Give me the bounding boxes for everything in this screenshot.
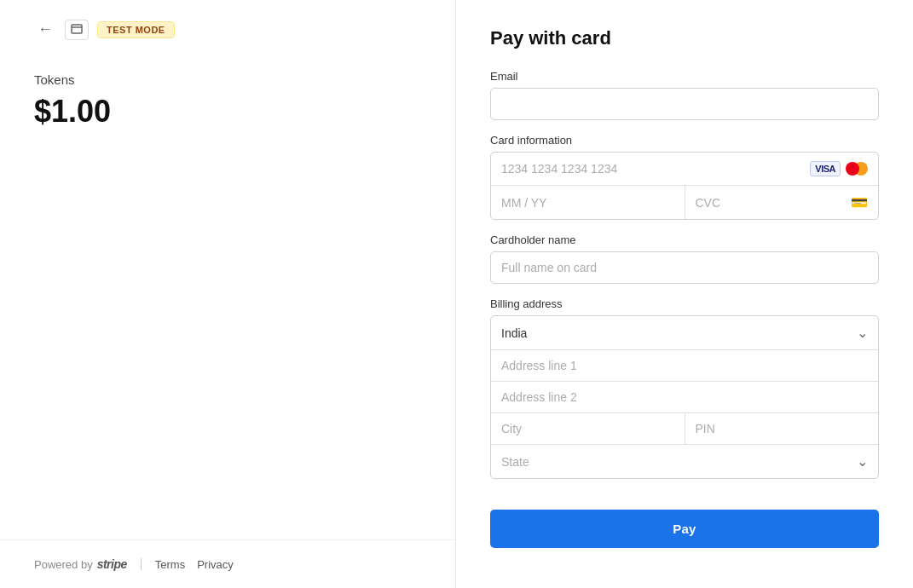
test-mode-badge: TEST MODE (97, 21, 175, 38)
billing-container: India ⌄ State ⌄ (490, 315, 879, 479)
card-bottom-row: 💳 (491, 186, 878, 219)
expiry-input[interactable] (491, 186, 685, 219)
billing-label: Billing address (490, 297, 879, 310)
email-group: Email (490, 70, 879, 120)
footer-links: Terms Privacy (155, 558, 234, 571)
state-chevron-down-icon: ⌄ (857, 453, 868, 470)
pay-button[interactable]: Pay (490, 510, 879, 548)
cardholder-label: Cardholder name (490, 233, 879, 246)
chevron-down-icon: ⌄ (857, 325, 868, 341)
pin-input[interactable] (685, 413, 879, 444)
country-select-row[interactable]: India ⌄ (491, 316, 878, 350)
product-section: Tokens $1.00 (0, 55, 455, 539)
email-label: Email (490, 70, 879, 83)
expand-button[interactable] (65, 20, 89, 40)
privacy-link[interactable]: Privacy (197, 558, 234, 571)
address-line2-input[interactable] (491, 382, 878, 413)
card-icons: VISA (810, 161, 868, 176)
product-name: Tokens (34, 72, 421, 87)
cvc-card-icon: 💳 (851, 194, 868, 210)
cardholder-input[interactable] (490, 251, 879, 284)
state-select-row[interactable]: State ⌄ (491, 445, 878, 478)
left-footer: Powered by stripe Terms Privacy (0, 539, 455, 588)
cardholder-group: Cardholder name (490, 233, 879, 284)
card-info-container: VISA 💳 (490, 152, 879, 220)
stripe-logo: stripe (97, 557, 127, 571)
powered-by-label: Powered by (34, 558, 93, 571)
page-title: Pay with card (490, 27, 879, 49)
city-pin-row (491, 413, 878, 445)
left-header: ← TEST MODE (0, 0, 455, 55)
visa-icon: VISA (810, 161, 841, 176)
card-info-group: Card information VISA 💳 (490, 134, 879, 220)
card-number-row: VISA (491, 153, 878, 186)
right-panel: Pay with card Email Card information VIS… (456, 0, 913, 588)
cvc-row: 💳 (685, 186, 879, 219)
powered-by: Powered by stripe (34, 557, 127, 571)
product-price: $1.00 (34, 94, 421, 130)
city-input[interactable] (491, 413, 685, 444)
billing-group: Billing address India ⌄ State ⌄ (490, 297, 879, 479)
mastercard-icon (846, 162, 868, 176)
back-button[interactable]: ← (34, 17, 56, 42)
terms-link[interactable]: Terms (155, 558, 185, 571)
state-placeholder-text: State (501, 455, 857, 469)
country-value: India (501, 326, 857, 340)
card-info-label: Card information (490, 134, 879, 147)
svg-rect-0 (72, 25, 82, 33)
left-panel: ← TEST MODE Tokens $1.00 Powered by stri… (0, 0, 456, 588)
footer-divider (141, 558, 142, 570)
email-input[interactable] (490, 88, 879, 120)
address-line1-input[interactable] (491, 350, 878, 382)
cvc-input[interactable] (696, 196, 852, 210)
card-number-input[interactable] (501, 162, 810, 176)
